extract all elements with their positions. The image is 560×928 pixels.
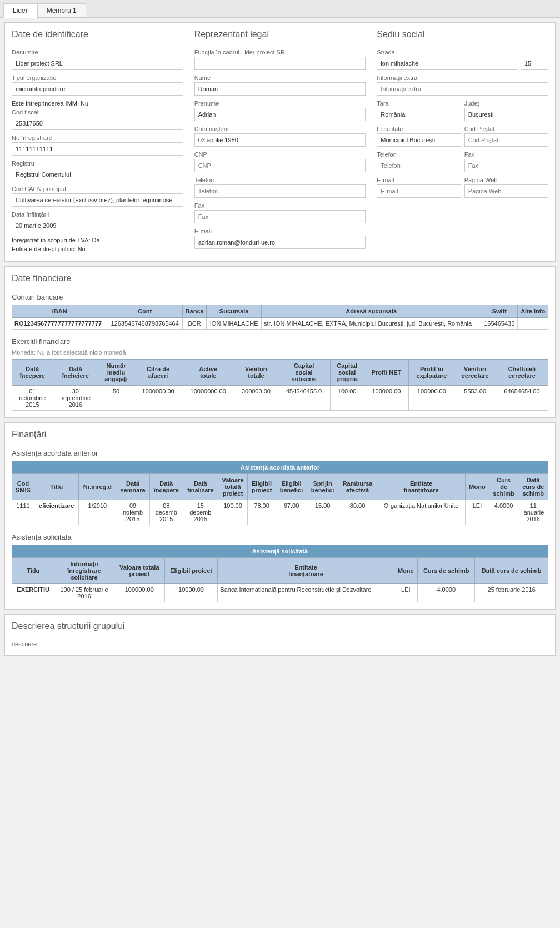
conturi-adresa: str. ION MIHALACHE, EXTRA, Municipiul Bu… [262,318,481,330]
cod-caen-input[interactable] [12,193,183,207]
judet-group: Județ [464,100,548,121]
rep-fax-input[interactable] [194,210,366,223]
ex-chelt-cerc: 64654654.00 [496,386,548,411]
aa-header-cod: CodSMIS [12,474,34,500]
strada-input[interactable] [377,57,517,70]
aa-eligben: 67.00 [276,500,307,525]
data-inf-group: Data înființării [12,211,183,232]
aa-header-datasem: Datăsemnare [116,474,149,500]
registru-input[interactable] [12,168,183,181]
asistenta-acordata-row: 1111 eficientizare 1/2010 09noiemb2015 0… [12,500,548,525]
as-header-entitate: Entitatefinanțatoare [218,558,394,584]
reprezentant-col: Reprezentant legal Funcția în cadrul Lid… [194,29,366,255]
data-nasterii-input[interactable] [194,133,366,147]
rep-fax-label: Fax [194,202,366,209]
tab-lider[interactable]: Lider [3,3,37,18]
ex-header-nr-ang: Numărmediuangajați [98,360,134,386]
cod-postal-input[interactable] [464,133,548,147]
aa-header-entitate: Entitatefinanțatoare [377,474,465,500]
rep-email-input[interactable] [194,236,366,249]
aa-datasem: 09noiemb2015 [116,500,149,525]
ex-header-cifra: Cifra deafaceri [134,360,182,386]
rep-telefon-input[interactable] [194,184,366,198]
pagina-web-input[interactable] [464,184,548,198]
aa-header-eligben: Eligibilbenefici [276,474,307,500]
cnp-label: CNP [194,151,366,158]
aa-titlu: eficientizare [34,500,79,525]
nr-inreg-input[interactable] [12,142,183,156]
denumire-input[interactable] [12,57,183,70]
descriere-title: Descrierea structurii grupului [12,621,548,635]
ex-ven-cerc: 5553.00 [454,386,496,411]
tara-label: Tara [377,100,461,107]
identification-card: Date de identificare Denumire Tipul orga… [4,22,556,262]
sediu-email-group: E-mail [377,177,461,198]
rep-email-label: E-mail [194,228,366,235]
nr-inreg-label: Nr. înregistrare [12,134,183,141]
rep-telefon-group: Telefon [194,177,366,198]
nr-input[interactable] [521,57,548,70]
aa-header-rambursa: Rambursaefectivă [338,474,377,500]
cod-fiscal-input[interactable] [12,117,183,130]
strada-label: Strada [377,49,548,56]
as-header-datacurs: Dată curs de schimb [475,558,548,584]
tip-org-input[interactable] [12,82,183,96]
aa-datafin: 15decemb2015 [183,500,218,525]
sediu-email-input[interactable] [377,184,461,198]
functia-label: Funcția în cadrul Lider proiect SRL [194,49,366,56]
sediu-telefon-input[interactable] [377,159,461,172]
exercitii-table: Datăîncepere Datăîncheiere Numărmediuang… [12,359,548,411]
conturi-banca: BCR [182,318,206,330]
aa-header-eligproj: Eligibilproiect [248,474,276,500]
localitate-input[interactable] [377,133,461,147]
asistenta-acordata-table: Asistență acordată anterior CodSMIS Titl… [12,461,548,525]
conturi-header-banca: Banca [182,305,206,318]
tara-input[interactable] [377,108,461,121]
as-mone: LEI [394,584,418,602]
asistenta-solicitata-title: Asistență solicitată [12,533,548,541]
denumire-group: Denumire [12,49,183,70]
rep-prenume-group: Prenume [194,100,366,121]
sediu-fax-input[interactable] [464,159,548,172]
as-curs: 4.0000 [418,584,475,602]
descriere-card: Descrierea structurii grupului descriere [4,614,556,656]
aa-header-datafin: Datăfinalizare [183,474,218,500]
tab-membru1[interactable]: Membru 1 [37,3,86,17]
pagina-web-label: Pagină Web [464,177,548,183]
asistenta-solicitata-header: Asistență solicitată [12,545,548,558]
finantari-title: Finanțări [12,430,548,443]
aa-valtot: 100.00 [218,500,247,525]
aa-header-sprijin: Sprijinbenefici [307,474,338,500]
data-nasterii-group: Data nașterii [194,126,366,147]
aa-header-datacurs: Datăcurs deschimb [518,474,548,500]
aa-header-datainc: Datăîncepere [149,474,183,500]
ex-profit-exp: 100000.00 [409,386,454,411]
cod-fiscal-group: Cod fiscal [12,109,183,130]
ex-header-active: Activetotale [182,360,234,386]
nr-inreg-group: Nr. înregistrare [12,134,183,156]
asistenta-acordata-header: Asistență acordată anterior [12,461,548,474]
ex-cifra: 1000000.00 [134,386,182,411]
sediu-title: Sediu social [377,29,548,43]
info-extra-input[interactable] [377,82,548,96]
data-inf-input[interactable] [12,219,183,232]
info-extra-group: Informații extra [377,74,548,96]
rep-prenume-input[interactable] [194,108,366,121]
ex-data-sfr: 30septembrie2016 [53,386,98,411]
aa-header-titlu: Titlu [34,474,79,500]
rep-nume-input[interactable] [194,82,366,96]
judet-input[interactable] [464,108,548,121]
ex-header-venituri: Venituritotale [234,360,278,386]
cod-caen-label: Cod CAEN principal [12,186,183,192]
identification-col: Date de identificare Denumire Tipul orga… [12,29,183,255]
aa-entitate: Organizația Națiunilor Unite [377,500,465,525]
aa-datacurs: 11ianuarie2016 [518,500,548,525]
as-header-mone: Mone [394,558,418,584]
data-inf-label: Data înființării [12,211,183,218]
conturi-header-sucursala: Sucursala [207,305,262,318]
functia-input[interactable] [194,57,366,70]
finantari-card: Finanțări Asistență acordată anterior As… [4,422,556,610]
cnp-input[interactable] [194,159,366,172]
as-info: 100 / 25 februarie2016 [54,584,114,602]
registru-label: Registru [12,160,183,167]
